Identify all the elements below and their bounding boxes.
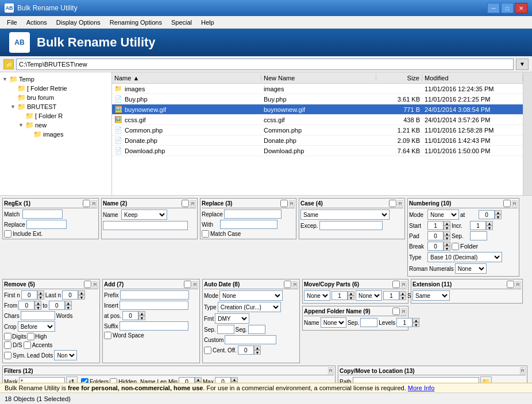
insert-input[interactable] [119, 301, 188, 310]
off-up[interactable]: ▲ [254, 345, 261, 350]
fmt-select[interactable]: DMY [215, 313, 249, 324]
nlmax-up[interactable]: ▲ [231, 377, 238, 382]
off-input[interactable] [238, 345, 254, 355]
case-checkbox[interactable] [389, 200, 396, 207]
replace-input[interactable] [224, 209, 282, 219]
numbering-at-up[interactable]: ▲ [495, 210, 502, 215]
mc-spin2-up[interactable]: ▲ [399, 291, 406, 296]
incr-down[interactable]: ▼ [486, 226, 493, 230]
auto-date-checkbox[interactable] [284, 281, 291, 288]
to-down[interactable]: ▼ [65, 305, 72, 310]
pad-up[interactable]: ▲ [444, 231, 450, 236]
numbering-at-input[interactable] [479, 210, 495, 219]
tree-item-brutest[interactable]: ▼ 📁 BRUTEST [2, 102, 109, 111]
more-info-link[interactable]: More Info [408, 384, 434, 391]
first-n-input[interactable] [21, 290, 37, 300]
move-copy-spin1[interactable] [331, 291, 348, 300]
off-down[interactable]: ▼ [254, 350, 261, 355]
auto-date-type-select[interactable]: Creation (Cur...) [218, 302, 281, 312]
from-down[interactable]: ▼ [34, 305, 41, 310]
numbering-type-select[interactable]: Base 10 (Decimal) [427, 252, 502, 262]
extension-checkbox[interactable] [507, 281, 514, 288]
tree-item-temp[interactable]: ▼ 📁 Temp [2, 75, 109, 84]
crop-select[interactable]: Before After [18, 321, 55, 332]
accents-checkbox[interactable] [24, 341, 31, 349]
include-ext-checkbox[interactable] [4, 230, 11, 238]
nlm-up[interactable]: ▲ [195, 377, 202, 382]
levels-input[interactable] [396, 318, 413, 327]
extension-select[interactable]: Same [413, 290, 450, 301]
break-down[interactable]: ▼ [444, 246, 450, 251]
tree-item-folder-retrieve[interactable]: 📁 [ Folder Retrie [2, 84, 109, 93]
non-select[interactable]: Non [54, 350, 77, 360]
start-down[interactable]: ▼ [444, 226, 450, 230]
move-copy-select1[interactable]: None [304, 290, 330, 301]
address-go-button[interactable]: ▼ [516, 59, 529, 70]
move-copy-checkbox[interactable] [392, 281, 400, 288]
regex-replace-input[interactable] [26, 220, 67, 229]
menu-display-options[interactable]: Display Options [52, 18, 105, 27]
menu-special[interactable]: Special [167, 18, 196, 27]
mc-spin1-up[interactable]: ▲ [348, 291, 354, 296]
regex-match-input[interactable] [22, 209, 63, 219]
numbering-sep-input[interactable] [470, 231, 487, 240]
tree-item-new[interactable]: ▼ 📁 new [2, 121, 109, 130]
high-checkbox[interactable] [27, 333, 34, 340]
tree-item-images[interactable]: 📁 images [2, 130, 109, 139]
first-n-down[interactable]: ▼ [37, 295, 44, 300]
seg-input[interactable] [248, 325, 265, 334]
append-folder-checkbox[interactable] [392, 308, 400, 315]
mc-spin1-down[interactable]: ▼ [348, 296, 354, 300]
auto-date-mode-select[interactable]: None [219, 290, 283, 301]
prefix-input[interactable] [120, 290, 189, 300]
numbering-checkbox[interactable] [503, 200, 511, 207]
col-modified[interactable]: Modified [422, 75, 523, 81]
from-input[interactable] [18, 301, 34, 310]
move-copy-select2[interactable]: None [356, 290, 382, 301]
cent-checkbox[interactable] [204, 347, 211, 354]
file-row[interactable]: 📄 Common.php Common.php 1.21 KB 11/01/20… [112, 125, 523, 135]
regex-checkbox[interactable] [83, 200, 90, 207]
last-n-input[interactable] [62, 290, 78, 300]
at-pos-down[interactable]: ▼ [138, 316, 145, 320]
maximize-button[interactable]: □ [501, 3, 514, 13]
minimize-button[interactable]: ─ [487, 3, 500, 13]
chars-input[interactable] [21, 311, 55, 320]
numbering-pad-input[interactable] [427, 231, 444, 240]
col-name[interactable]: Name ▲ [112, 75, 261, 81]
ds-checkbox[interactable] [4, 341, 11, 349]
sep-input-af[interactable] [360, 318, 377, 327]
file-row[interactable]: 📁 images images 11/01/2016 12:24:35 PM [112, 84, 523, 94]
col-newname[interactable]: New Name [261, 75, 376, 81]
add-checkbox[interactable] [184, 281, 191, 288]
remove-checkbox[interactable] [84, 281, 91, 288]
move-copy-spin2[interactable] [383, 291, 399, 300]
name-value-input[interactable] [103, 221, 188, 230]
tree-item-bru-forum[interactable]: 📁 bru forum [2, 93, 109, 102]
numbering-mode-select[interactable]: None [427, 209, 459, 220]
close-button[interactable]: ✕ [515, 3, 527, 13]
file-row[interactable]: 🖼️ ccss.gif ccss.gif 438 B 24/01/2014 3:… [112, 115, 523, 125]
incr-up[interactable]: ▲ [486, 221, 493, 226]
file-row[interactable]: 📄 Download.php Download.php 7.64 KB 11/0… [112, 146, 523, 156]
first-n-up[interactable]: ▲ [37, 290, 44, 295]
digits-checkbox[interactable] [4, 333, 11, 340]
sym-checkbox[interactable] [4, 352, 11, 359]
break-up[interactable]: ▲ [444, 242, 450, 246]
menu-file[interactable]: File [2, 18, 22, 27]
custom-input[interactable] [225, 335, 276, 344]
to-up[interactable]: ▲ [65, 301, 72, 305]
with-input[interactable] [220, 220, 277, 229]
address-input[interactable] [16, 59, 514, 70]
col-size[interactable]: Size [376, 75, 422, 81]
menu-renaming-options[interactable]: Renaming Options [105, 18, 167, 27]
tree-item-folder-r[interactable]: 📁 [ Folder R [2, 111, 109, 121]
match-case-checkbox[interactable] [202, 230, 209, 238]
numbering-incr-input[interactable] [470, 221, 486, 230]
start-up[interactable]: ▲ [444, 221, 450, 226]
word-space-checkbox[interactable] [104, 332, 111, 339]
sep-input-date[interactable] [217, 325, 234, 334]
from-up[interactable]: ▲ [34, 301, 41, 305]
pad-down[interactable]: ▼ [444, 236, 450, 240]
excep-input[interactable] [319, 221, 383, 230]
